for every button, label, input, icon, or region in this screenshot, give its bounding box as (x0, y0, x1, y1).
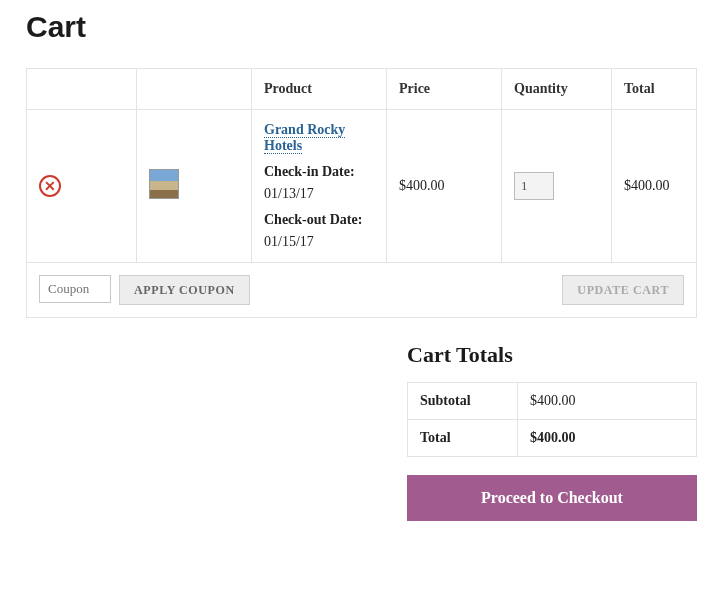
cart-header-row: Product Price Quantity Total (27, 69, 697, 110)
subtotal-row: Subtotal $400.00 (408, 383, 697, 420)
checkin-value: 01/13/17 (264, 186, 374, 202)
product-link[interactable]: Grand Rocky Hotels (264, 122, 345, 154)
item-total: $400.00 (612, 110, 697, 263)
total-value: $400.00 (518, 420, 697, 457)
item-price: $400.00 (387, 110, 502, 263)
page-title: Cart (26, 10, 697, 44)
col-product: Product (252, 69, 387, 110)
cart-totals-section: Cart Totals Subtotal $400.00 Total $400.… (407, 342, 697, 521)
cart-totals-heading: Cart Totals (407, 342, 697, 368)
checkout-value: 01/15/17 (264, 234, 374, 250)
col-remove (27, 69, 137, 110)
col-thumbnail (137, 69, 252, 110)
apply-coupon-button[interactable]: APPLY COUPON (119, 275, 250, 305)
cart-table: Product Price Quantity Total ✕ Grand Ro (26, 68, 697, 318)
update-cart-button[interactable]: UPDATE CART (562, 275, 684, 305)
subtotal-label: Subtotal (408, 383, 518, 420)
cart-actions-row: APPLY COUPON UPDATE CART (27, 263, 697, 318)
col-price: Price (387, 69, 502, 110)
subtotal-value: $400.00 (518, 383, 697, 420)
product-thumbnail[interactable] (149, 169, 179, 199)
close-icon: ✕ (44, 179, 56, 193)
cart-totals-table: Subtotal $400.00 Total $400.00 (407, 382, 697, 457)
coupon-input[interactable] (39, 275, 111, 303)
col-quantity: Quantity (502, 69, 612, 110)
table-row: ✕ Grand Rocky Hotels Check-in Date: 01/1… (27, 110, 697, 263)
total-label: Total (408, 420, 518, 457)
quantity-input[interactable] (514, 172, 554, 200)
checkin-label: Check-in Date: (264, 164, 374, 180)
total-row: Total $400.00 (408, 420, 697, 457)
remove-item-button[interactable]: ✕ (39, 175, 61, 197)
col-total: Total (612, 69, 697, 110)
checkout-label: Check-out Date: (264, 212, 374, 228)
proceed-to-checkout-button[interactable]: Proceed to Checkout (407, 475, 697, 521)
